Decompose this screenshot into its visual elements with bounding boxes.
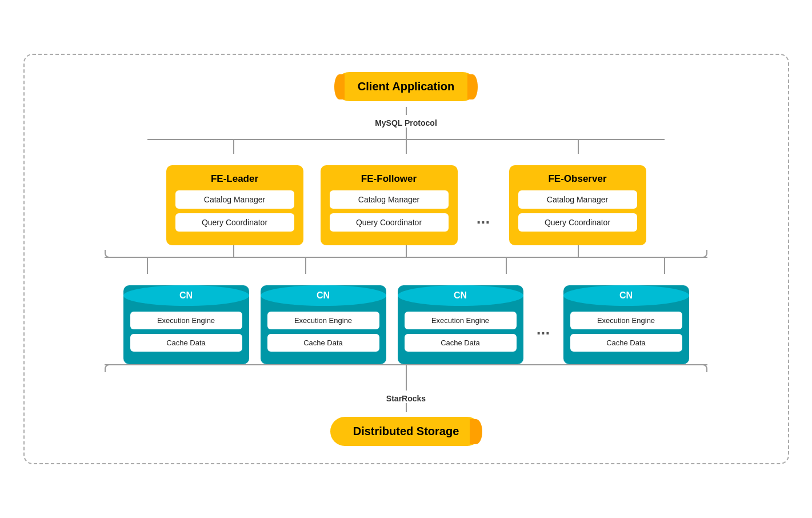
v-drop-cn-2 — [305, 257, 306, 274]
cn-node-1: CN Execution Engine Cache Data — [123, 285, 249, 364]
cn-exec-4: Execution Engine — [570, 312, 682, 329]
fe-follower-node: FE-Follower Catalog Manager Query Coordi… — [321, 165, 458, 245]
distributed-storage-node: Distributed Storage — [330, 417, 482, 446]
client-to-protocol-line — [47, 107, 765, 115]
cn-body-4: Execution Engine Cache Data — [563, 306, 689, 352]
fe-leader-query: Query Coordinator — [175, 213, 294, 232]
starrocks-label: StarRocks — [47, 394, 765, 403]
cn-row: CN Execution Engine Cache Data CN Execut… — [47, 274, 765, 364]
cn-cache-2: Cache Data — [267, 334, 379, 352]
cn-cache-3: Cache Data — [405, 334, 517, 352]
fe-leader-catalog: Catalog Manager — [175, 190, 294, 209]
pill-right-ear — [467, 74, 478, 99]
v-drop-cn-4 — [664, 257, 665, 274]
fe-follower-query: Query Coordinator — [330, 213, 449, 232]
v-drop-cn-3 — [506, 257, 507, 274]
cn-cylinder-4: CN Execution Engine Cache Data — [563, 285, 689, 364]
fe-observer-node: FE-Observer Catalog Manager Query Coordi… — [509, 165, 646, 245]
cn-title-4: CN — [563, 285, 689, 306]
corner-left — [105, 250, 113, 258]
cn-cylinder-3: CN Execution Engine Cache Data — [398, 285, 523, 364]
cn-title-1: CN — [123, 285, 249, 306]
client-app-node: Client Application — [335, 72, 477, 101]
v-drop-fe-2 — [406, 139, 407, 154]
cn-exec-3: Execution Engine — [405, 312, 517, 329]
cn-title-2: CN — [261, 285, 386, 306]
cn-bracket-wrapper — [47, 245, 765, 274]
cn-title-3: CN — [398, 285, 523, 306]
v-line-1 — [406, 107, 407, 115]
corner-bottom-left — [105, 364, 113, 372]
fe-row: FE-Leader Catalog Manager Query Coordina… — [47, 154, 765, 245]
v-drop-fe-cn-1 — [233, 245, 234, 257]
starrocks-bracket — [47, 364, 765, 391]
cn-body-1: Execution Engine Cache Data — [123, 306, 249, 352]
v-drop-fe-3 — [578, 139, 579, 154]
cn-dots: ··· — [535, 302, 552, 364]
cn-node-3: CN Execution Engine Cache Data — [398, 285, 523, 364]
fe-dots: ··· — [475, 200, 492, 245]
cn-cylinder-1: CN Execution Engine Cache Data — [123, 285, 249, 364]
v-drop-fe-cn-2 — [406, 245, 407, 257]
fe-observer-query: Query Coordinator — [518, 213, 637, 232]
cn-cache-1: Cache Data — [130, 334, 242, 352]
fe-observer-title: FE-Observer — [518, 173, 637, 185]
fe-leader-node: FE-Leader Catalog Manager Query Coordina… — [166, 165, 303, 245]
v-line-protocol-center — [406, 127, 407, 139]
v-drop-fe-cn-3 — [578, 245, 579, 257]
cn-cache-4: Cache Data — [570, 334, 682, 352]
h-line-cn-top — [105, 257, 707, 258]
fe-follower-title: FE-Follower — [330, 173, 449, 185]
fe-bracket-wrapper — [47, 127, 765, 154]
starrocks-to-storage-line — [47, 403, 765, 412]
fe-leader-title: FE-Leader — [175, 173, 294, 185]
cn-body-2: Execution Engine Cache Data — [261, 306, 386, 352]
protocol-label: MySQL Protocol — [47, 118, 765, 127]
cn-cylinder-2: CN Execution Engine Cache Data — [261, 285, 386, 364]
storage-right-ear — [470, 419, 482, 444]
v-drop-cn-1 — [147, 257, 148, 274]
cn-body-3: Execution Engine Cache Data — [398, 306, 523, 352]
v-line-starrocks — [406, 364, 407, 391]
cn-node-2: CN Execution Engine Cache Data — [261, 285, 386, 364]
fe-observer-catalog: Catalog Manager — [518, 190, 637, 209]
cn-exec-1: Execution Engine — [130, 312, 242, 329]
distributed-storage-row: Distributed Storage — [47, 417, 765, 446]
client-app-row: Client Application — [47, 72, 765, 101]
v-drop-fe-1 — [233, 139, 234, 154]
corner-bottom-right — [699, 364, 707, 372]
pill-left-ear — [334, 74, 345, 99]
client-app-label: Client Application — [358, 80, 454, 93]
v-line-storage — [406, 403, 407, 412]
distributed-storage-label: Distributed Storage — [353, 425, 459, 438]
cn-node-4: CN Execution Engine Cache Data — [563, 285, 689, 364]
diagram-container: Client Application MySQL Protocol FE-Lea… — [23, 54, 789, 464]
cn-exec-2: Execution Engine — [267, 312, 379, 329]
fe-follower-catalog: Catalog Manager — [330, 190, 449, 209]
